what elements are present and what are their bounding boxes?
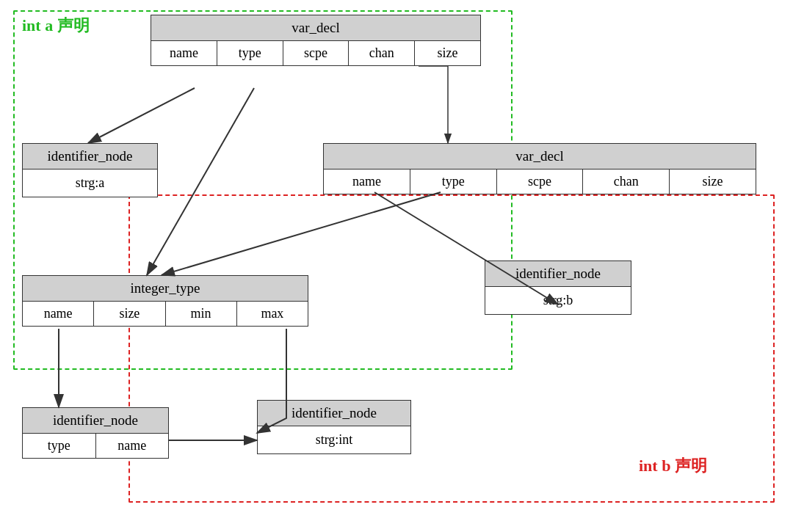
identifier-node-bottom-right: identifier_node strg:int <box>257 400 411 454</box>
identifier-node-a: identifier_node strg:a <box>22 143 158 197</box>
var-decl-1-fields: name type scpe chan size <box>151 41 480 65</box>
var-decl-2-field-size: size <box>670 170 756 194</box>
diagram-container: int a 声明 int b 声明 var_decl name type scp… <box>0 0 793 532</box>
identifier-node-b-header: identifier_node <box>485 261 631 287</box>
integer-type-field-size: size <box>94 302 165 326</box>
integer-type-field-name: name <box>23 302 94 326</box>
identifier-node-bl-field-type: type <box>23 434 96 458</box>
integer-type: integer_type name size min max <box>22 275 308 327</box>
var-decl-1-field-type: type <box>217 41 283 65</box>
identifier-node-br-header: identifier_node <box>258 401 410 426</box>
integer-type-field-min: min <box>166 302 237 326</box>
identifier-node-br-body: strg:int <box>258 426 410 453</box>
var-decl-2-header: var_decl <box>324 144 756 170</box>
integer-type-fields: name size min max <box>23 302 308 326</box>
integer-type-field-max: max <box>237 302 308 326</box>
var-decl-1-header: var_decl <box>151 15 480 41</box>
identifier-node-bl-field-name: name <box>96 434 169 458</box>
var-decl-2-field-chan: chan <box>583 170 670 194</box>
int-b-label: int b 声明 <box>639 455 707 477</box>
var-decl-1-field-chan: chan <box>349 41 415 65</box>
var-decl-2-field-name: name <box>324 170 410 194</box>
int-a-label: int a 声明 <box>22 15 90 37</box>
identifier-node-a-header: identifier_node <box>23 144 157 170</box>
identifier-node-b: identifier_node strg:b <box>485 260 631 315</box>
var-decl-1-field-scpe: scpe <box>283 41 350 65</box>
identifier-node-bl-fields: type name <box>23 434 168 458</box>
identifier-node-bl-header: identifier_node <box>23 408 168 434</box>
var-decl-1-field-name: name <box>151 41 217 65</box>
var-decl-2-field-type: type <box>410 170 497 194</box>
var-decl-2-field-scpe: scpe <box>497 170 584 194</box>
var-decl-1-field-size: size <box>415 41 480 65</box>
integer-type-header: integer_type <box>23 276 308 302</box>
identifier-node-a-body: strg:a <box>23 170 157 197</box>
var-decl-1: var_decl name type scpe chan size <box>151 15 481 66</box>
identifier-node-bottom-left: identifier_node type name <box>22 407 169 459</box>
identifier-node-b-body: strg:b <box>485 287 631 314</box>
var-decl-2-fields: name type scpe chan size <box>324 170 756 194</box>
var-decl-2: var_decl name type scpe chan size <box>323 143 756 194</box>
